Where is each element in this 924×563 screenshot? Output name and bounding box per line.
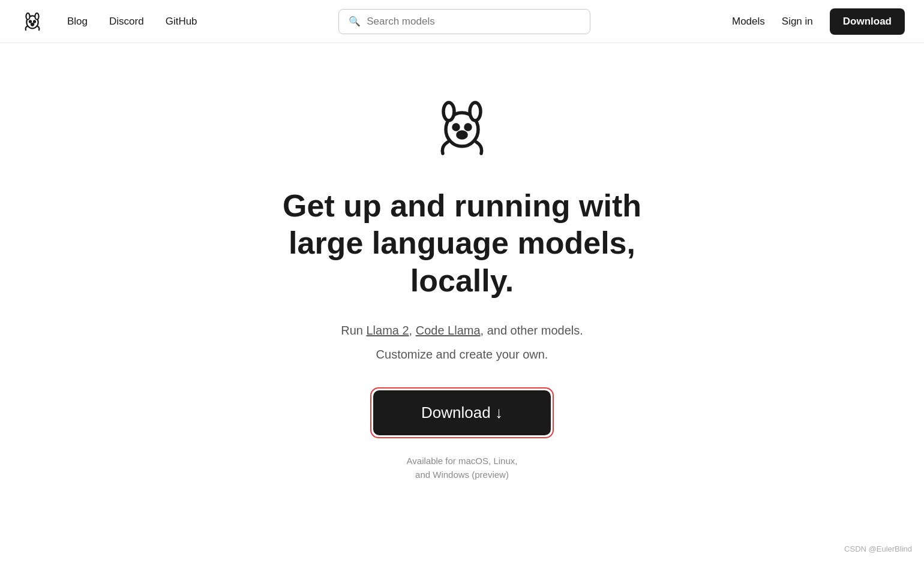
nav-right-links: Models Sign in Download (732, 8, 905, 35)
subtitle-sep: , (409, 324, 416, 337)
svg-point-1 (26, 13, 29, 19)
hero-title: Get up and running with large language m… (282, 187, 642, 299)
search-icon: 🔍 (349, 16, 361, 27)
svg-point-10 (466, 125, 470, 130)
nav-models[interactable]: Models (732, 16, 765, 28)
nav-links: Blog Discord GitHub (67, 16, 197, 28)
search-box[interactable]: 🔍 (338, 9, 590, 34)
navbar: Blog Discord GitHub 🔍 Models Sign in Dow… (0, 0, 924, 43)
svg-point-4 (34, 20, 35, 22)
svg-point-8 (470, 103, 481, 121)
nav-discord[interactable]: Discord (109, 16, 144, 28)
svg-point-5 (31, 23, 34, 25)
subtitle-prefix: Run (341, 324, 366, 337)
nav-blog[interactable]: Blog (67, 16, 88, 28)
hero-download-button[interactable]: Download ↓ (373, 390, 551, 435)
nav-github[interactable]: GitHub (166, 16, 197, 28)
hero-subtitle: Run Llama 2, Code Llama, and other model… (341, 321, 583, 340)
nav-download-button[interactable]: Download (830, 8, 905, 35)
svg-point-9 (454, 125, 458, 130)
nav-search-area: 🔍 (197, 9, 732, 34)
search-input[interactable] (367, 16, 580, 28)
watermark: CSDN @EulerBlind (844, 544, 912, 553)
svg-point-7 (443, 103, 454, 121)
hero-section: Get up and running with large language m… (0, 43, 924, 517)
llama2-link[interactable]: Llama 2 (366, 324, 409, 337)
download-button-wrapper: Download ↓ (373, 390, 551, 435)
svg-point-11 (458, 132, 466, 138)
hero-subtitle-line2: Customize and create your own. (376, 345, 548, 364)
logo[interactable] (19, 8, 46, 35)
svg-point-2 (35, 13, 38, 19)
codellama-link[interactable]: Code Llama (416, 324, 481, 337)
subtitle-suffix: , and other models. (481, 324, 583, 337)
hero-logo (426, 91, 498, 163)
hero-available-text: Available for macOS, Linux,and Windows (… (407, 454, 518, 481)
svg-point-3 (29, 20, 31, 22)
nav-signin[interactable]: Sign in (782, 16, 813, 28)
